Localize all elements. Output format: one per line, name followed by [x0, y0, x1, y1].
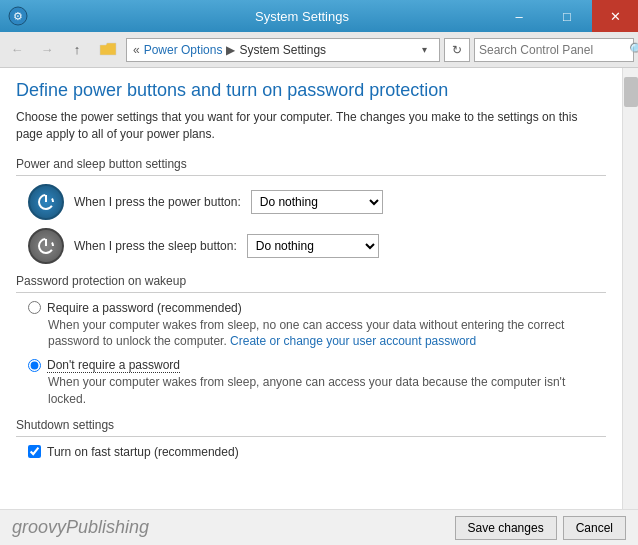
scrollbar-thumb[interactable] [624, 77, 638, 107]
create-password-link[interactable]: Create or change your user account passw… [230, 334, 476, 348]
scrollbar[interactable] [622, 68, 638, 545]
fast-startup-label[interactable]: Turn on fast startup (recommended) [47, 445, 239, 459]
sleep-button-label: When I press the sleep button: [74, 239, 237, 253]
footer-spacer [16, 459, 606, 499]
power-button-icon [28, 184, 64, 220]
window-title: System Settings [34, 9, 570, 24]
require-password-item: Require a password (recommended) When yo… [28, 301, 606, 351]
sleep-button-icon [28, 228, 64, 264]
address-dropdown-button[interactable]: ▾ [415, 41, 433, 59]
maximize-button[interactable]: □ [544, 0, 590, 32]
save-button[interactable]: Save changes [455, 516, 557, 540]
require-password-desc-text1: When your computer wakes from sleep, no … [48, 318, 564, 332]
dont-require-label-text: Don't require a password [47, 358, 180, 373]
power-button-dropdown[interactable]: Do nothing Sleep Hibernate Shut down Tur… [251, 190, 383, 214]
section1-header: Power and sleep button settings [16, 157, 606, 176]
brand-text: groovyPublishing [12, 517, 149, 537]
dont-require-radio[interactable] [28, 359, 41, 372]
page-description: Choose the power settings that you want … [16, 109, 606, 143]
content-area: Define power buttons and turn on passwor… [0, 68, 622, 545]
forward-button[interactable]: → [34, 37, 60, 63]
fast-startup-row: Turn on fast startup (recommended) [28, 445, 606, 459]
require-password-row: Require a password (recommended) [28, 301, 606, 315]
require-password-desc: When your computer wakes from sleep, no … [48, 317, 606, 351]
window-controls: – □ ✕ [496, 0, 638, 32]
search-icon-button[interactable]: 🔍 [629, 42, 638, 57]
breadcrumb-power-options[interactable]: Power Options [144, 43, 223, 57]
dont-require-desc: When your computer wakes from sleep, any… [48, 374, 606, 408]
require-password-radio[interactable] [28, 301, 41, 314]
refresh-button[interactable]: ↻ [444, 38, 470, 62]
address-box: « Power Options ▶ System Settings ▾ [126, 38, 440, 62]
search-box[interactable]: 🔍 [474, 38, 634, 62]
breadcrumb-arrow: ▶ [226, 43, 235, 57]
breadcrumb-sep1: « [133, 43, 140, 57]
sleep-button-row: When I press the sleep button: Do nothin… [28, 228, 606, 264]
shutdown-section: Shutdown settings Turn on fast startup (… [16, 418, 606, 459]
fast-startup-checkbox[interactable] [28, 445, 41, 458]
radio-group-password: Require a password (recommended) When yo… [28, 301, 606, 408]
folder-icon [98, 40, 118, 60]
dont-require-label[interactable]: Don't require a password [47, 358, 180, 372]
svg-text:⚙: ⚙ [13, 10, 23, 22]
power-button-row: When I press the power button: Do nothin… [28, 184, 606, 220]
up-button[interactable]: ↑ [64, 37, 90, 63]
close-button[interactable]: ✕ [592, 0, 638, 32]
minimize-button[interactable]: – [496, 0, 542, 32]
search-input[interactable] [479, 43, 629, 57]
section2-header: Password protection on wakeup [16, 274, 606, 293]
dont-require-row: Don't require a password [28, 358, 606, 372]
app-icon: ⚙ [8, 6, 28, 26]
power-button-label: When I press the power button: [74, 195, 241, 209]
brand-name: groovyPublishing [12, 517, 449, 538]
footer: groovyPublishing Save changes Cancel [0, 509, 638, 545]
title-bar: ⚙ System Settings – □ ✕ [0, 0, 638, 32]
dont-require-item: Don't require a password When your compu… [28, 358, 606, 408]
main-area: Define power buttons and turn on passwor… [0, 68, 638, 545]
require-password-label[interactable]: Require a password (recommended) [47, 301, 242, 315]
require-password-desc-text2: password to unlock the computer. [48, 334, 227, 348]
breadcrumb-current: System Settings [239, 43, 326, 57]
scrollbar-top-area [623, 68, 638, 76]
section3-header: Shutdown settings [16, 418, 606, 437]
page-title: Define power buttons and turn on passwor… [16, 80, 606, 101]
back-button[interactable]: ← [4, 37, 30, 63]
address-bar: ← → ↑ « Power Options ▶ System Settings … [0, 32, 638, 68]
sleep-button-dropdown[interactable]: Do nothing Sleep Hibernate Shut down Tur… [247, 234, 379, 258]
cancel-button[interactable]: Cancel [563, 516, 626, 540]
